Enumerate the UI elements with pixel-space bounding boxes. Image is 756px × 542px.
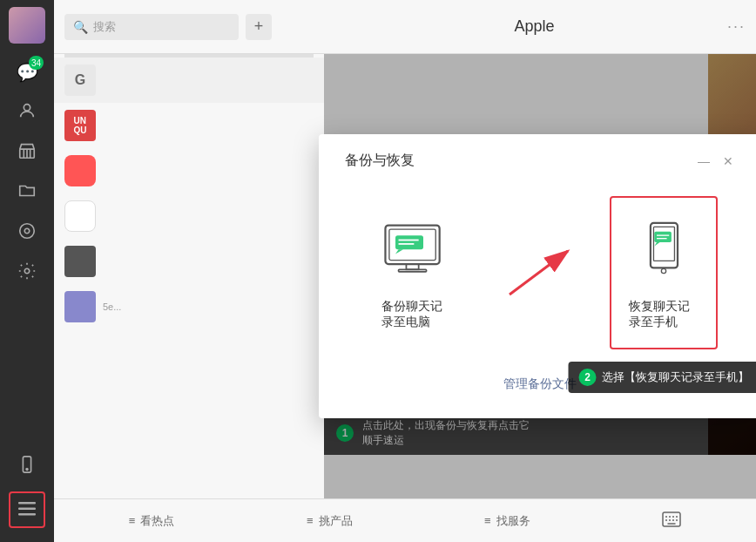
product-icon: ≡: [307, 514, 314, 527]
service-icon: ≡: [484, 514, 491, 527]
dialog-header: 备份与恢复 — ✕: [345, 152, 735, 170]
svg-marker-24: [654, 242, 659, 246]
tooltip-number: 2: [579, 369, 597, 386]
nav-service[interactable]: ≡ 找服务: [484, 513, 530, 529]
svg-line-19: [510, 251, 568, 295]
svg-point-0: [24, 104, 30, 110]
keyboard-icon: [662, 512, 681, 530]
nav-hot-label: 看热点: [140, 513, 174, 529]
restore-option[interactable]: 恢复聊天记录至手机 2 选择【恢复聊天记录至手机】: [610, 196, 718, 349]
restore-icon: [629, 215, 699, 285]
chat-list: G UNQU 5e...: [54, 54, 324, 498]
svg-rect-14: [395, 235, 423, 249]
avatar[interactable]: [9, 7, 45, 44]
svg-rect-9: [18, 513, 36, 516]
search-placeholder: 搜索: [93, 19, 116, 35]
close-button[interactable]: ✕: [721, 154, 735, 168]
store-icon: [17, 141, 37, 165]
minimize-button[interactable]: —: [697, 154, 711, 168]
svg-point-22: [661, 268, 665, 273]
sidebar-item-phone[interactable]: [9, 448, 45, 484]
svg-rect-13: [399, 269, 427, 272]
svg-point-4: [24, 268, 30, 274]
svg-point-6: [26, 468, 28, 470]
backup-restore-dialog: 备份与恢复 — ✕: [319, 134, 756, 418]
contact-area: E·Pad快速运 备份与恢复 — ✕: [324, 54, 756, 498]
sidebar-item-store[interactable]: [9, 134, 45, 171]
hot-icon: ≡: [129, 514, 136, 527]
manage-link[interactable]: 管理备份文件: [503, 376, 577, 390]
search-box[interactable]: 🔍 搜索: [64, 14, 239, 40]
restore-tooltip: 2 选择【恢复聊天记录至手机】: [569, 362, 757, 393]
svg-rect-8: [18, 507, 36, 510]
svg-point-2: [20, 223, 35, 238]
folder-icon: [17, 181, 37, 205]
topbar: 🔍 搜索 + Apple ···: [54, 0, 756, 54]
nav-product-label: 挑产品: [319, 513, 353, 529]
nav-service-label: 找服务: [496, 513, 530, 529]
sidebar-item-discover[interactable]: [9, 214, 45, 251]
nav-hot[interactable]: ≡ 看热点: [129, 513, 175, 529]
dialog-overlay: 备份与恢复 — ✕: [324, 54, 756, 498]
svg-rect-23: [654, 232, 672, 242]
page-title: Apple: [348, 17, 720, 36]
phone-icon: [17, 455, 37, 478]
sidebar-item-folder[interactable]: [9, 174, 45, 211]
dialog-body: 备份聊天记录至电脑: [345, 196, 735, 349]
dialog-title: 备份与恢复: [345, 152, 415, 170]
tooltip-text: 选择【恢复聊天记录至手机】: [602, 369, 749, 385]
nav-product[interactable]: ≡ 挑产品: [307, 513, 353, 529]
nav-keyboard[interactable]: [662, 512, 681, 530]
contacts-icon: [17, 101, 37, 125]
settings-icon: [17, 261, 37, 285]
add-button[interactable]: +: [246, 14, 272, 40]
arrow-icon: [505, 247, 575, 299]
backup-option[interactable]: 备份聊天记录至电脑: [362, 196, 470, 349]
sidebar-item-settings[interactable]: [9, 254, 45, 291]
content-wrapper: G UNQU 5e...: [54, 54, 756, 498]
sidebar: 💬 34: [0, 0, 54, 542]
sidebar-item-chat[interactable]: 💬 34: [9, 54, 45, 91]
search-icon: 🔍: [73, 20, 88, 34]
dialog-controls: — ✕: [697, 154, 735, 168]
backup-label: 备份聊天记录至电脑: [381, 299, 451, 330]
bottom-nav: ≡ 看热点 ≡ 挑产品 ≡ 找服务: [54, 498, 756, 542]
svg-marker-15: [395, 249, 403, 254]
sidebar-bottom: [9, 448, 45, 535]
restore-label: 恢复聊天记录至手机: [629, 299, 699, 330]
svg-rect-7: [18, 502, 36, 505]
sidebar-item-contacts[interactable]: [9, 94, 45, 131]
more-button[interactable]: ···: [727, 17, 746, 36]
hamburger-icon: [18, 500, 36, 520]
discover-icon: [17, 221, 37, 245]
svg-point-3: [24, 228, 30, 234]
sidebar-item-menu[interactable]: [9, 491, 45, 528]
badge-count: 34: [29, 56, 44, 70]
backup-icon: [381, 215, 451, 285]
main-area: 🔍 搜索 + Apple ··· G UNQU: [54, 0, 756, 542]
